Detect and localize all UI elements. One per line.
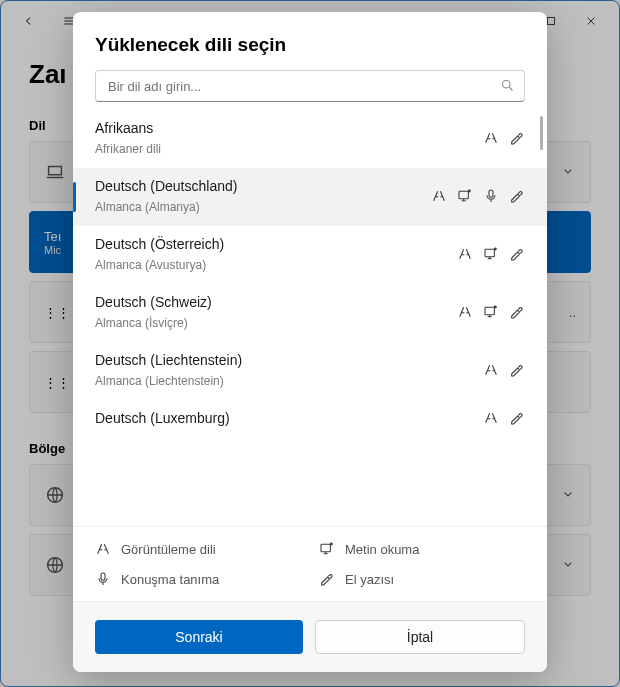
language-name: Afrikaans bbox=[95, 120, 405, 136]
cancel-button[interactable]: İptal bbox=[315, 620, 525, 654]
display-icon bbox=[431, 188, 447, 204]
button-bar: Sonraki İptal bbox=[73, 601, 547, 672]
display-icon bbox=[457, 246, 473, 262]
language-name: Deutsch (Luxemburg) bbox=[95, 410, 405, 426]
language-name: Deutsch (Liechtenstein) bbox=[95, 352, 405, 368]
language-subname: Almanca (İsviçre) bbox=[95, 316, 405, 330]
language-item[interactable]: Deutsch (Liechtenstein)Almanca (Liechten… bbox=[73, 342, 547, 400]
language-item[interactable]: Deutsch (Deutschland)Almanca (Almanya) bbox=[73, 168, 547, 226]
modal-overlay: Yüklenecek dili seçin AfrikaansAfrikaner… bbox=[0, 0, 620, 687]
dialog-title: Yüklenecek dili seçin bbox=[73, 12, 547, 70]
handwriting-icon bbox=[509, 246, 525, 262]
display-icon bbox=[95, 541, 111, 557]
display-icon bbox=[457, 304, 473, 320]
language-item[interactable]: Deutsch (Österreich)Almanca (Avusturya) bbox=[73, 226, 547, 284]
language-subname: Almanca (Almanya) bbox=[95, 200, 405, 214]
language-dialog: Yüklenecek dili seçin AfrikaansAfrikaner… bbox=[73, 12, 547, 672]
display-icon bbox=[483, 362, 499, 378]
search-input-wrap bbox=[95, 70, 525, 102]
speech-icon bbox=[95, 571, 111, 587]
feature-legend: Görüntüleme dili Metin okuma Konuşma tan… bbox=[73, 526, 547, 601]
display-icon bbox=[483, 410, 499, 426]
handwriting-icon bbox=[509, 304, 525, 320]
language-name: Deutsch (Deutschland) bbox=[95, 178, 405, 194]
speech-icon bbox=[483, 188, 499, 204]
language-item[interactable]: Deutsch (Schweiz)Almanca (İsviçre) bbox=[73, 284, 547, 342]
language-subname: Almanca (Avusturya) bbox=[95, 258, 405, 272]
language-name: Deutsch (Österreich) bbox=[95, 236, 405, 252]
handwriting-icon bbox=[509, 362, 525, 378]
handwriting-icon bbox=[509, 410, 525, 426]
search-icon bbox=[500, 78, 515, 97]
display-icon bbox=[483, 130, 499, 146]
language-subname: Afrikaner dili bbox=[95, 142, 405, 156]
tts-icon bbox=[483, 304, 499, 320]
handwriting-icon bbox=[509, 130, 525, 146]
language-name: Deutsch (Schweiz) bbox=[95, 294, 405, 310]
tts-icon bbox=[457, 188, 473, 204]
language-list[interactable]: AfrikaansAfrikaner diliDeutsch (Deutschl… bbox=[73, 110, 547, 526]
language-subname: Almanca (Liechtenstein) bbox=[95, 374, 405, 388]
tts-icon bbox=[483, 246, 499, 262]
next-button[interactable]: Sonraki bbox=[95, 620, 303, 654]
handwriting-icon bbox=[509, 188, 525, 204]
language-item[interactable]: Deutsch (Luxemburg) bbox=[73, 400, 547, 426]
search-input[interactable] bbox=[95, 70, 525, 102]
handwriting-icon bbox=[319, 571, 335, 587]
scrollbar-thumb[interactable] bbox=[540, 116, 543, 150]
language-item[interactable]: AfrikaansAfrikaner dili bbox=[73, 110, 547, 168]
tts-icon bbox=[319, 541, 335, 557]
